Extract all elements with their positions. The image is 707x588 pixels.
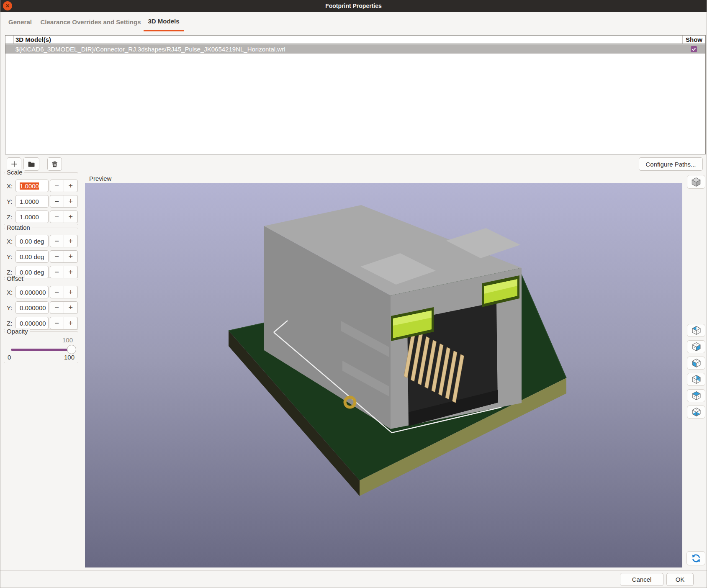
reload-preview-button[interactable] bbox=[686, 551, 705, 565]
rotation-z-stepper: − + bbox=[50, 266, 78, 278]
delete-model-button[interactable] bbox=[47, 157, 62, 171]
scale-z-label: Z: bbox=[7, 213, 15, 221]
opacity-slider-track[interactable] bbox=[11, 349, 72, 351]
footprint-properties-dialog: Footprint Properties ✕ General Clearance… bbox=[0, 0, 707, 588]
ok-button[interactable]: OK bbox=[666, 573, 694, 586]
folder-icon bbox=[27, 160, 36, 169]
view-left-cube-icon bbox=[691, 325, 702, 336]
scale-y-input[interactable]: 1.0000 bbox=[15, 195, 49, 208]
rotation-x-decrement-button[interactable]: − bbox=[50, 235, 64, 247]
rotation-x-label: X: bbox=[7, 238, 15, 245]
view-left-button[interactable] bbox=[687, 324, 705, 337]
scale-x-label: X: bbox=[7, 182, 15, 190]
show-cell bbox=[682, 46, 705, 52]
rotation-y-decrement-button[interactable]: − bbox=[50, 251, 64, 262]
scale-x-decrement-button[interactable]: − bbox=[50, 180, 64, 192]
scale-z-increment-button[interactable]: + bbox=[64, 211, 78, 223]
scale-y-increment-button[interactable]: + bbox=[64, 195, 78, 207]
offset-x-decrement-button[interactable]: − bbox=[50, 286, 64, 298]
browse-folder-button[interactable] bbox=[23, 157, 39, 171]
scale-y-label: Y: bbox=[7, 198, 15, 205]
rotation-legend: Rotation bbox=[5, 224, 32, 231]
table-row[interactable]: ${KICAD6_3DMODEL_DIR}/Connector_RJ.3dsha… bbox=[5, 44, 705, 54]
close-icon: ✕ bbox=[5, 3, 10, 8]
rotation-z-label: Z: bbox=[7, 269, 15, 276]
window-title: Footprint Properties bbox=[0, 0, 707, 12]
refresh-icon bbox=[691, 553, 702, 564]
rj45-connector-3d-model bbox=[85, 183, 682, 567]
view-top-cube-icon bbox=[691, 390, 702, 401]
view-bottom-cube-icon bbox=[691, 407, 702, 417]
offset-y-increment-button[interactable]: + bbox=[64, 302, 78, 313]
tab-clearance-overrides[interactable]: Clearance Overrides and Settings bbox=[40, 12, 141, 31]
table-corner-gutter bbox=[5, 36, 14, 44]
offset-z-label: Z: bbox=[7, 320, 15, 327]
model-path-cell[interactable]: ${KICAD6_3DMODEL_DIR}/Connector_RJ.3dsha… bbox=[5, 46, 682, 53]
view-back-button[interactable] bbox=[687, 373, 705, 386]
offset-x-stepper: − + bbox=[50, 286, 78, 298]
tab-bar: General Clearance Overrides and Settings… bbox=[0, 12, 707, 31]
offset-x-input[interactable]: 0.000000 in bbox=[15, 286, 49, 298]
opacity-legend: Opacity bbox=[5, 328, 30, 335]
offset-legend: Offset bbox=[5, 275, 25, 282]
view-right-button[interactable] bbox=[687, 340, 705, 353]
plus-icon bbox=[10, 160, 18, 168]
rotation-z-increment-button[interactable]: + bbox=[64, 266, 78, 278]
scale-z-stepper: − + bbox=[50, 211, 78, 223]
close-button[interactable]: ✕ bbox=[3, 1, 12, 10]
offset-z-stepper: − + bbox=[50, 317, 78, 329]
models-table-header: 3D Model(s) Show bbox=[5, 36, 705, 44]
rotation-x-stepper: − + bbox=[50, 235, 78, 247]
gray-cube-icon bbox=[691, 177, 702, 187]
view-right-cube-icon bbox=[691, 342, 702, 352]
checkmark-icon bbox=[691, 46, 697, 52]
scale-y-decrement-button[interactable]: − bbox=[50, 195, 64, 207]
rotation-y-stepper: − + bbox=[50, 250, 78, 263]
preview-3d-viewport[interactable] bbox=[85, 183, 682, 567]
cancel-button[interactable]: Cancel bbox=[620, 573, 663, 586]
rotation-x-increment-button[interactable]: + bbox=[64, 235, 78, 247]
offset-y-input[interactable]: 0.000000 in bbox=[15, 301, 49, 314]
offset-x-increment-button[interactable]: + bbox=[64, 286, 78, 298]
offset-y-decrement-button[interactable]: − bbox=[50, 302, 64, 313]
column-header-show[interactable]: Show bbox=[682, 36, 705, 44]
column-header-model[interactable]: 3D Model(s) bbox=[14, 36, 682, 44]
tab-3d-models[interactable]: 3D Models bbox=[144, 12, 184, 31]
scale-group: Scale X: 1.0000 − + Y: 1.0000 − + Z: bbox=[4, 172, 78, 225]
tab-general[interactable]: General bbox=[5, 12, 36, 31]
projection-toggle-button[interactable] bbox=[687, 175, 705, 189]
view-front-cube-icon bbox=[691, 358, 702, 368]
rotation-x-input[interactable]: 0.00 deg bbox=[15, 235, 49, 247]
rotation-y-label: Y: bbox=[7, 253, 15, 260]
view-top-button[interactable] bbox=[687, 389, 705, 402]
show-checkbox[interactable] bbox=[691, 46, 697, 52]
offset-y-label: Y: bbox=[7, 304, 15, 311]
offset-x-label: X: bbox=[7, 289, 15, 296]
scale-y-stepper: − + bbox=[50, 195, 78, 208]
scale-z-input[interactable]: 1.0000 bbox=[15, 211, 49, 223]
opacity-max-label: 100 bbox=[64, 354, 75, 361]
rotation-y-increment-button[interactable]: + bbox=[64, 251, 78, 262]
scale-x-stepper: − + bbox=[50, 180, 78, 192]
opacity-value: 100 bbox=[62, 336, 73, 344]
rotation-group: Rotation X: 0.00 deg − + Y: 0.00 deg − +… bbox=[4, 228, 78, 278]
opacity-slider-handle[interactable] bbox=[67, 345, 76, 354]
opacity-min-label: 0 bbox=[8, 354, 11, 361]
scale-x-increment-button[interactable]: + bbox=[64, 180, 78, 192]
configure-paths-button[interactable]: Configure Paths... bbox=[639, 157, 703, 171]
trash-icon bbox=[51, 160, 59, 168]
scale-z-decrement-button[interactable]: − bbox=[50, 211, 64, 223]
view-bottom-button[interactable] bbox=[687, 406, 705, 419]
rotation-y-input[interactable]: 0.00 deg bbox=[15, 250, 49, 263]
offset-z-decrement-button[interactable]: − bbox=[50, 317, 64, 329]
offset-y-stepper: − + bbox=[50, 301, 78, 314]
view-front-button[interactable] bbox=[687, 357, 705, 370]
scale-legend: Scale bbox=[5, 169, 24, 176]
scale-x-input[interactable]: 1.0000 bbox=[15, 180, 49, 192]
preview-label: Preview bbox=[89, 175, 111, 182]
titlebar: Footprint Properties ✕ bbox=[0, 0, 707, 12]
offset-z-increment-button[interactable]: + bbox=[64, 317, 78, 329]
rotation-z-decrement-button[interactable]: − bbox=[50, 266, 64, 278]
footer-divider bbox=[0, 570, 707, 571]
view-back-cube-icon bbox=[691, 374, 702, 385]
